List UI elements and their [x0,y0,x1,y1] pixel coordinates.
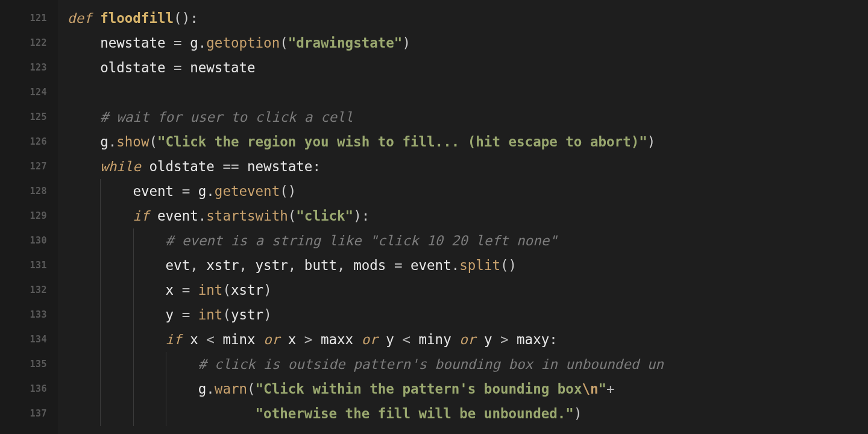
token-str: "otherwise the fill will be unbounded." [256,406,574,421]
code-line[interactable]: if x < minx or x > maxx or y < miny or y… [68,327,868,352]
line-number: 123 [0,55,58,80]
token-id: g [182,35,198,51]
token-id: maxx [312,332,361,347]
code-line[interactable] [68,80,868,105]
code-line[interactable]: # click is outside pattern's bounding bo… [68,352,868,377]
indent-guide [100,352,101,377]
token-kw: or [459,332,476,347]
line-number: 137 [0,401,58,426]
token-punc: ) [263,307,272,322]
token-id: event [133,183,181,199]
token-punc: . [198,35,207,51]
line-number: 132 [0,278,58,303]
code-line[interactable]: oldstate = newstate [68,55,868,80]
token-punc: ) [402,35,410,51]
token-punc: ( [247,381,256,397]
token-punc: (): [174,10,198,26]
indent-guide [100,228,101,253]
token-call: int [198,282,223,298]
token-id: maxy [509,332,550,347]
line-number: 128 [0,179,58,204]
token-id: g [100,134,108,149]
token-call: warn [215,381,247,397]
token-kw: def [68,10,100,26]
token-call: getevent [215,183,280,199]
token-id: minx [215,332,263,347]
token-punc: , [337,257,353,273]
code-editor[interactable]: 1211221231241251261271281291301311321331… [0,0,868,434]
token-punc: . [451,257,460,273]
token-id: g [198,381,207,397]
token-call: getoption [206,35,280,51]
token-kw: if [166,332,182,347]
token-id: x [182,332,207,347]
code-line[interactable]: newstate = g.getoption("drawingstate") [68,31,868,55]
line-number: 124 [0,80,58,105]
token-punc: . [206,381,215,397]
token-str: "Click the region you wish to fill... (h… [157,134,647,149]
token-id: xstr [206,257,239,273]
code-line[interactable]: def floodfill(): [68,6,868,31]
indent-guide [100,253,101,278]
token-kw: or [362,332,378,347]
token-id [190,282,198,298]
indent-guide [100,327,101,352]
token-id: event [149,208,198,224]
token-id: butt [304,257,337,273]
token-punc: ) [574,406,582,421]
indent-guide [133,377,134,401]
code-line[interactable]: evt, xstr, ystr, butt, mods = event.spli… [68,253,868,278]
code-line[interactable]: x = int(xstr) [68,278,868,303]
token-op: = [182,183,190,199]
token-id: newstate [182,60,256,75]
line-number: 125 [0,105,58,130]
token-call: startswith [206,208,288,224]
token-id: ystr [256,257,288,273]
indent-guide [100,377,101,401]
code-line[interactable]: while oldstate == newstate: [68,154,868,179]
code-line[interactable]: if event.startswith("click"): [68,204,868,228]
token-id: g [190,183,206,199]
indent-guide [166,401,166,426]
token-punc: ( [288,208,297,224]
token-op: = [174,60,182,75]
code-line[interactable]: g.warn("Click within the pattern's bound… [68,377,868,401]
code-line[interactable]: # event is a string like "click 10 20 le… [68,228,868,253]
indent-guide [133,327,134,352]
token-call: int [198,307,223,322]
indent-guide [133,401,134,426]
token-op: = [182,282,190,298]
code-area[interactable]: def floodfill(): newstate = g.getoption(… [58,0,868,434]
line-number: 131 [0,253,58,278]
token-punc: ) [647,134,656,149]
token-str: "Click within the pattern's bounding box [256,381,582,397]
token-id [198,406,256,421]
token-op: + [606,381,615,397]
token-id [190,307,198,322]
token-id: y [378,332,403,347]
code-line[interactable]: y = int(ystr) [68,303,868,327]
indent-guide [100,401,101,426]
token-op: > [500,332,509,347]
token-id: newstate [239,159,312,174]
code-line[interactable]: g.show("Click the region you wish to fil… [68,130,868,154]
indent-guide [166,352,166,377]
token-punc: ) [263,282,272,298]
token-punc: ( [280,35,288,51]
code-line[interactable]: event = g.getevent() [68,179,868,204]
code-line[interactable]: # wait for user to click a cell [68,105,868,130]
line-number: 136 [0,377,58,401]
indent-guide [133,228,134,253]
line-number: 129 [0,204,58,228]
token-op: < [206,332,215,347]
token-punc: , [288,257,304,273]
indent-guide [166,377,166,401]
token-id: x [280,332,304,347]
token-id: x [166,282,182,298]
code-line[interactable]: "otherwise the fill will be unbounded.") [68,401,868,426]
token-punc: : [549,332,558,347]
token-str: "drawingstate" [288,35,403,51]
indent-guide [100,303,101,327]
token-esc: \n [582,381,598,397]
indent-guide [133,278,134,303]
